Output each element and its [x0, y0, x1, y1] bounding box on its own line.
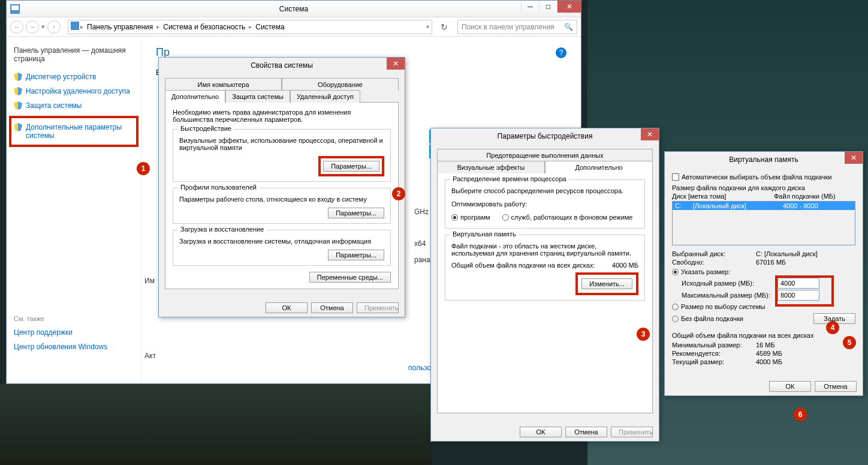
dialog-titlebar: Свойства системы ✕ — [159, 58, 405, 73]
dialog-titlebar: Параметры быстродействия ✕ — [431, 128, 659, 144]
breadcrumb-part[interactable]: Панель управления — [85, 23, 155, 31]
refresh-button[interactable]: ↻ — [437, 20, 451, 34]
cancel-button[interactable]: Отмена — [311, 302, 353, 313]
close-button[interactable]: ✕ — [557, 1, 581, 13]
close-button[interactable]: ✕ — [387, 58, 405, 70]
cancel-button[interactable]: Отмена — [815, 381, 857, 392]
search-placeholder: Поиск в панели управления — [462, 23, 554, 31]
size-each-label: Размер файла подкачки для каждого диска — [672, 184, 855, 191]
selected-disk-value: C: [Локальный диск] — [756, 250, 818, 257]
breadcrumb-part[interactable]: Система и безопасность — [161, 23, 248, 31]
cur-label: Текущий размер: — [672, 358, 756, 365]
tab-visual-effects[interactable]: Визуальные эффекты — [437, 161, 545, 173]
auto-manage-checkbox[interactable]: Автоматически выбирать объем файла подка… — [672, 173, 855, 181]
radio-services[interactable]: служб, работающих в фоновом режиме — [502, 214, 633, 221]
radio-programs[interactable]: программ — [451, 214, 490, 221]
minimize-button[interactable]: ─ — [521, 1, 539, 13]
performance-desc: Визуальные эффекты, использование процес… — [179, 137, 384, 151]
dialog-title: Свойства системы — [251, 61, 313, 70]
search-input[interactable]: Поиск в панели управления 🔍 — [457, 20, 577, 34]
ghz-value: GHz — [414, 208, 429, 216]
system-properties-dialog: Свойства системы ✕ Имя компьютера Оборуд… — [158, 57, 405, 317]
boot-desc: Загрузка и восстановление системы, отлад… — [179, 238, 384, 245]
titlebar: Система ─ □ ✕ — [7, 1, 581, 17]
shield-icon — [14, 73, 22, 81]
windows-update-link[interactable]: Центр обновления Windows — [14, 343, 134, 351]
dialog-title: Параметры быстродействия — [498, 132, 593, 140]
sidebar-item-device-manager[interactable]: Диспетчер устройств — [14, 73, 134, 81]
ok-button[interactable]: ОК — [520, 427, 562, 437]
tab-advanced[interactable]: Дополнительно — [165, 90, 225, 103]
annotation-2: 2 — [392, 187, 405, 200]
tab-system-protection[interactable]: Защита системы — [225, 90, 290, 103]
shield-icon — [14, 101, 22, 110]
see-also-header: См. также — [14, 315, 134, 322]
scheduling-group-title: Распределение времени процессора — [450, 175, 569, 182]
totals-title: Общий объем файла подкачки на всех диска… — [672, 332, 855, 339]
boot-settings-button[interactable]: Параметры... — [328, 250, 384, 260]
sidebar-item-system-protection[interactable]: Защита системы — [14, 101, 134, 110]
performance-options-dialog: Параметры быстродействия ✕ Предотвращени… — [430, 128, 659, 442]
window-title: Система — [279, 5, 308, 13]
initial-size-label: Исходный размер (МБ): — [682, 280, 777, 287]
help-icon[interactable]: ? — [556, 47, 566, 58]
virtual-memory-dialog: Виртуальная память ✕ Автоматически выбир… — [664, 151, 863, 396]
radio-no-pagefile[interactable]: Без файла подкачки — [672, 315, 743, 322]
tab-computer-name[interactable]: Имя компьютера — [165, 78, 282, 91]
close-button[interactable]: ✕ — [845, 152, 863, 164]
close-button[interactable]: ✕ — [641, 128, 659, 140]
apply-button[interactable]: Применить — [357, 302, 399, 313]
admin-note: Необходимо иметь права администратора дл… — [173, 109, 391, 123]
min-label: Минимальный размер: — [672, 341, 756, 349]
sidebar-item-advanced-system-settings[interactable]: Дополнительные параметры системы — [9, 116, 138, 147]
control-panel-home-link[interactable]: Панель управления — домашняя страница — [14, 46, 134, 63]
name-label: Им — [144, 277, 155, 285]
forward-button[interactable]: → — [26, 20, 39, 34]
x64-value: x64 — [414, 239, 426, 248]
ok-button[interactable]: ОК — [769, 381, 811, 392]
col-disk: Диск [метка тома] — [672, 193, 774, 200]
action-center-link[interactable]: Центр поддержки — [14, 328, 134, 337]
change-vm-button[interactable]: Изменить... — [581, 278, 632, 289]
apply-button[interactable]: Применить — [611, 427, 653, 437]
profiles-settings-button[interactable]: Параметры... — [328, 208, 384, 218]
sidebar-item-remote-settings[interactable]: Настройка удаленного доступа — [14, 87, 134, 95]
tab-hardware[interactable]: Оборудование — [282, 78, 399, 91]
rec-label: Рекомендуется: — [672, 350, 756, 357]
profiles-desc: Параметры рабочего стола, относящиеся ко… — [179, 196, 384, 203]
vm-group-title: Виртуальная память — [450, 230, 519, 238]
drive-list[interactable]: C: [Локальный диск] 4000 - 8000 — [672, 201, 855, 245]
free-value: 67016 МБ — [756, 259, 786, 266]
tab-remote[interactable]: Удаленный доступ — [290, 90, 360, 103]
shield-icon — [14, 123, 22, 131]
sidebar: Панель управления — домашняя страница Ди… — [7, 37, 141, 383]
scheduling-desc: Выберите способ распределения ресурсов п… — [451, 187, 638, 194]
rec-value: 4589 МБ — [756, 350, 782, 357]
annotation-4: 4 — [826, 321, 839, 334]
radio-custom-size[interactable]: Указать размер: — [672, 268, 855, 275]
profiles-group-title: Профили пользователей — [178, 184, 259, 191]
nav-bar: ← → ▾ ↑ ▸ Панель управления ▸ Система и … — [7, 17, 581, 37]
tab-dep[interactable]: Предотвращение выполнения данных — [437, 149, 653, 161]
drive-row-c[interactable]: C: [Локальный диск] 4000 - 8000 — [673, 202, 855, 210]
breadcrumb-part[interactable]: Система — [253, 23, 287, 31]
tab-advanced[interactable]: Дополнительно — [545, 161, 653, 173]
max-size-label: Максимальный размер (МБ): — [682, 292, 777, 299]
search-icon: 🔍 — [564, 23, 573, 31]
shield-icon — [14, 87, 22, 95]
annotation-1: 1 — [137, 162, 150, 175]
cancel-button[interactable]: Отмена — [565, 427, 607, 437]
performance-group-title: Быстродействие — [178, 125, 234, 132]
ok-button[interactable]: ОК — [266, 302, 308, 313]
system-icon — [10, 4, 20, 14]
maximize-button[interactable]: □ — [539, 1, 557, 13]
performance-settings-button[interactable]: Параметры... — [323, 161, 379, 172]
breadcrumb[interactable]: ▸ Панель управления ▸ Система и безопасн… — [68, 20, 432, 34]
up-button[interactable]: ↑ — [47, 20, 61, 34]
back-button[interactable]: ← — [10, 20, 23, 34]
min-value: 16 МБ — [756, 341, 775, 349]
cur-value: 4000 МБ — [756, 358, 782, 365]
free-label: Свободно: — [672, 259, 756, 266]
env-vars-button[interactable]: Переменные среды... — [309, 272, 391, 283]
vm-total-label: Общий объем файла подкачки на всех диска… — [451, 262, 595, 269]
